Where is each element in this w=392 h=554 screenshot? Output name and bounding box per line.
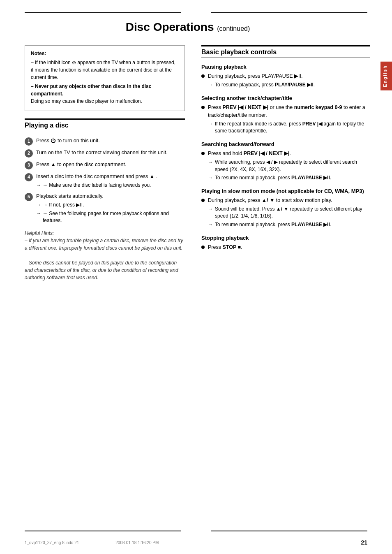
step-5-note2: → → See the following pages for more pla… — [36, 210, 185, 225]
selecting-track-section: Selecting another track/chapter/title Pr… — [201, 95, 370, 134]
title-text: Disc Operations — [126, 21, 214, 33]
step-4-content: Insert a disc into the disc compartment … — [36, 173, 185, 189]
selecting-track-bullet: Press PREV |◀ / NEXT ▶| or use the numer… — [201, 104, 370, 134]
step-2-content: Turn on the TV to the correct viewing ch… — [36, 149, 185, 156]
slow-motion-section: Playing in slow motion mode (not applica… — [201, 188, 370, 228]
bottom-border-right — [211, 531, 367, 531]
step-1-number: 1 — [25, 137, 33, 146]
slow-motion-bullet: During playback, press ▲/ ▼ to start slo… — [201, 197, 370, 228]
slow-motion-note-1: → Sound will be muted. Press ▲/ ▼ repeat… — [208, 206, 370, 220]
step-4-note: → → Make sure the disc label is facing t… — [36, 182, 185, 189]
selecting-note-1: → If the repeat track mode is active, pr… — [208, 121, 370, 135]
pausing-note-1: → To resume playback, press PLAY/PAUSE ▶… — [208, 81, 370, 88]
basic-playback-title: Basic playback controls — [201, 49, 370, 56]
step-5-number: 5 — [25, 193, 33, 201]
stopping-playback-title: Stopping playback — [201, 235, 370, 241]
step-5-note1: → → If not, press ▶II. — [36, 202, 185, 209]
steps-list: 1 Press ⏻ to turn on this unit. 2 Turn o… — [25, 137, 185, 225]
arrow-icon-4: → — [208, 81, 213, 88]
page-container: Disc Operations (continued) English Note… — [0, 0, 392, 554]
notes-line2-regular: Doing so may cause the disc player to ma… — [31, 98, 142, 104]
basic-playback-heading: Basic playback controls — [201, 45, 370, 58]
selecting-track-title: Selecting another track/chapter/title — [201, 95, 370, 101]
notes-box: Notes: – If the inhibit icon ⊘ appears o… — [25, 45, 185, 111]
stopping-playback-bullet: Press STOP ■. — [201, 243, 370, 251]
step-1-content: Press ⏻ to turn on this unit. — [36, 137, 185, 144]
arrow-icon-2: → — [36, 202, 41, 209]
arrow-icon-9: → — [208, 221, 213, 228]
playing-disc-title: Playing a disc — [25, 122, 185, 129]
language-tab: English — [380, 62, 392, 90]
step-2-number: 2 — [25, 149, 33, 158]
stopping-playback-content: Press STOP ■. — [208, 243, 370, 251]
pausing-playback-bullet: During playback, press PLAY/PAUSE ▶II. →… — [201, 72, 370, 88]
step-3-content: Press ▲ to open the disc compartment. — [36, 161, 185, 168]
notes-line2-bold: – Never put any objects other than discs… — [31, 83, 151, 97]
step-1: 1 Press ⏻ to turn on this unit. — [25, 137, 185, 146]
right-column: Basic playback controls Pausing playback… — [201, 45, 370, 258]
title-continued: (continued) — [217, 25, 250, 32]
footer-left: 1_dvp1120_37_eng 8.indd 21 2008-01-18 1:… — [25, 540, 159, 545]
arrow-icon-3: → — [36, 210, 41, 217]
bottom-border-left — [25, 531, 181, 531]
step-5-content: Playback starts automatically. → → If no… — [36, 192, 185, 225]
step-3-number: 3 — [25, 161, 33, 169]
searching-bullet: Press and hold PREV |◀ / NEXT ▶|. → Whil… — [201, 150, 370, 181]
bullet-dot-3 — [201, 152, 205, 155]
step-5: 5 Playback starts automatically. → → If … — [25, 192, 185, 225]
helpful-hints: Helpful Hints: – If you are having troub… — [25, 229, 185, 281]
arrow-icon-8: → — [208, 206, 213, 213]
left-column: Notes: – If the inhibit icon ⊘ appears o… — [25, 45, 185, 281]
pausing-playback-section: Pausing playback During playback, press … — [201, 64, 370, 88]
notes-line1: – If the inhibit icon ⊘ appears on the T… — [31, 59, 179, 81]
slow-motion-note-2: → To resume normal playback, press PLAY/… — [208, 221, 370, 228]
arrow-icon-5: → — [208, 121, 213, 127]
slow-motion-content: During playback, press ▲/ ▼ to start slo… — [208, 197, 370, 228]
notes-line2: – Never put any objects other than discs… — [31, 83, 179, 105]
bullet-dot-1 — [201, 74, 205, 78]
bullet-dot-2 — [201, 106, 205, 109]
arrow-icon-6: → — [208, 159, 213, 166]
top-border-left — [25, 12, 181, 13]
selecting-track-content: Press PREV |◀ / NEXT ▶| or use the numer… — [208, 104, 370, 134]
slow-motion-title: Playing in slow motion mode (not applica… — [201, 188, 370, 194]
top-border-right — [211, 12, 367, 13]
hint-2: – Some discs cannot be played on this pl… — [25, 260, 178, 280]
bullet-dot-5 — [201, 246, 205, 249]
step-4-number: 4 — [25, 173, 33, 181]
searching-content: Press and hold PREV |◀ / NEXT ▶|. → Whil… — [208, 150, 370, 181]
searching-note-2: → To resume normal playback, press PLAY/… — [208, 174, 370, 181]
arrow-icon: → — [36, 182, 41, 189]
step-3: 3 Press ▲ to open the disc compartment. — [25, 161, 185, 169]
page-number: 21 — [361, 539, 367, 546]
notes-title: Notes: — [31, 50, 179, 57]
searching-title: Searching backward/forward — [201, 141, 370, 147]
pausing-playback-title: Pausing playback — [201, 64, 370, 70]
playing-disc-heading: Playing a disc — [25, 118, 185, 131]
step-4: 4 Insert a disc into the disc compartmen… — [25, 173, 185, 189]
searching-section: Searching backward/forward Press and hol… — [201, 141, 370, 181]
hint-title: Helpful Hints: — [25, 230, 54, 236]
page-title: Disc Operations (continued) — [0, 21, 376, 34]
step-2: 2 Turn on the TV to the correct viewing … — [25, 149, 185, 158]
stopping-playback-section: Stopping playback Press STOP ■. — [201, 235, 370, 251]
searching-note-1: → While searching, press ◀ / ▶ repeatedl… — [208, 159, 370, 173]
hint-1: – If you are having trouble playing a ce… — [25, 238, 183, 251]
pausing-playback-content: During playback, press PLAY/PAUSE ▶II. →… — [208, 72, 370, 88]
arrow-icon-7: → — [208, 174, 213, 181]
bullet-dot-4 — [201, 199, 205, 202]
